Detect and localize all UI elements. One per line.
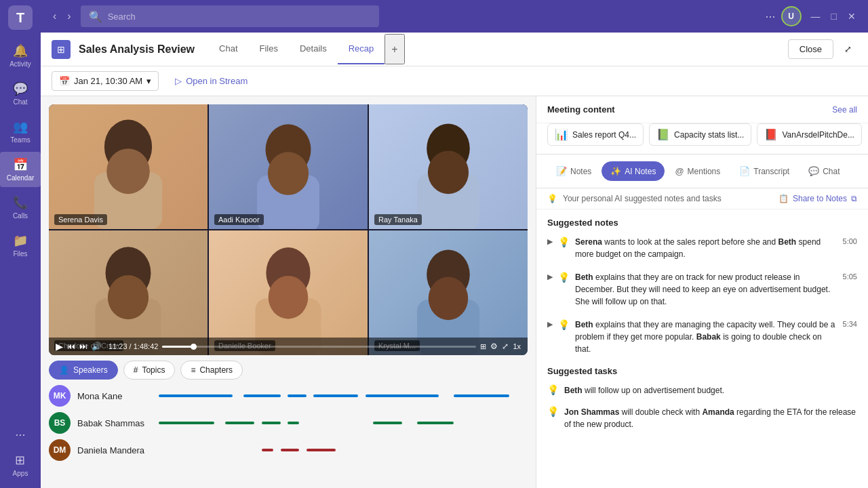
sidebar-item-calls[interactable]: 📞 Calls <box>0 190 41 225</box>
app-logo[interactable]: T <box>8 5 33 30</box>
expand-icon-2[interactable]: ▶ <box>547 272 553 281</box>
close-window-button[interactable]: ✕ <box>844 8 860 24</box>
sidebar-item-label: Activity <box>9 60 31 68</box>
chapters-tab[interactable]: ≡ Chapters <box>180 361 243 380</box>
topics-tab[interactable]: # Topics <box>123 361 176 380</box>
file-icon-excel: 📗 <box>656 128 670 141</box>
progress-bar[interactable] <box>162 346 476 348</box>
mentions-icon: @ <box>675 166 684 176</box>
fullscreen-button[interactable]: ⤢ <box>502 342 509 351</box>
sidebar-item-files[interactable]: 📁 Files <box>0 228 41 263</box>
notes-tab-mentions[interactable]: @ Mentions <box>666 161 729 181</box>
search-icon: 🔍 <box>89 10 102 23</box>
file-card-sales[interactable]: 📊 Sales report Q4... <box>547 123 644 146</box>
file-card-capacity[interactable]: 📗 Capacity stats list... <box>649 123 751 146</box>
notes-tab-label-chat: Chat <box>823 167 840 176</box>
rewind-button[interactable]: ⏮ <box>67 342 75 351</box>
date-label: Jan 21, 10:30 AM <box>74 76 142 86</box>
play-button[interactable]: ▶ <box>56 341 63 352</box>
note-time-2: 5:05 <box>843 272 857 281</box>
participant-video-4 <box>49 230 208 355</box>
participant-video-6 <box>369 230 528 355</box>
meeting-title: Sales Analysis Review <box>79 43 195 56</box>
participant-name-3: Ray Tanaka <box>374 214 422 225</box>
participant-video-1 <box>49 104 208 229</box>
toolbar: 📅 Jan 21, 10:30 AM ▾ ▷ Open in Stream <box>41 66 868 96</box>
more-options-icon[interactable]: ··· <box>766 9 776 24</box>
file-card-pitch[interactable]: 📕 VanArsdelPitchDe... <box>757 123 862 146</box>
sidebar-item-teams[interactable]: 👥 Teams <box>0 114 41 149</box>
popout-button[interactable]: ⤢ <box>839 39 857 59</box>
close-meeting-button[interactable]: Close <box>788 39 833 59</box>
nav-back-button[interactable]: ‹ <box>49 7 60 25</box>
ai-subtitle: 💡 Your personal AI suggested notes and t… <box>547 194 722 203</box>
settings-button[interactable]: ⚙ <box>490 342 498 351</box>
open-stream-button[interactable]: ▷ Open in Stream <box>167 72 256 90</box>
tab-chat[interactable]: Chat <box>208 34 248 64</box>
note-text-3: Beth explains that they are managing the… <box>575 319 837 355</box>
video-cell-krystal: Krystal M... <box>369 230 528 355</box>
tab-files[interactable]: Files <box>249 34 289 64</box>
sidebar-item-label: Files <box>13 250 27 258</box>
notes-tab-ai[interactable]: ✨ AI Notes <box>601 161 665 181</box>
minimize-button[interactable]: — <box>807 8 825 24</box>
forward-button[interactable]: ⏭ <box>79 342 87 351</box>
meeting-header: ⊞ Sales Analysis Review Chat Files Detai… <box>41 33 868 66</box>
nav-forward-button[interactable]: › <box>63 7 75 25</box>
sidebar-item-label: Chat <box>13 98 27 106</box>
speaker-avatar-babak: BS <box>49 412 71 434</box>
task-bulb-1: 💡 <box>547 384 559 395</box>
file-name-1: Sales report Q4... <box>572 130 636 140</box>
notes-tab-notes[interactable]: 📝 Notes <box>547 161 600 181</box>
speaker-list: MK Mona Kane BS <box>49 385 528 461</box>
user-avatar[interactable]: U <box>781 6 802 26</box>
note-time-1: 5:00 <box>843 237 857 245</box>
note-bulb-3: 💡 <box>558 319 570 330</box>
video-cell-charlotte: Charlotte de Crum <box>49 230 208 355</box>
sidebar-item-calendar[interactable]: 📅 Calendar <box>0 152 41 187</box>
sidebar-item-activity[interactable]: 🔔 Activity <box>0 38 41 73</box>
speaker-item-mona: MK Mona Kane <box>49 385 528 407</box>
task-bulb-2: 💡 <box>547 406 559 417</box>
speed-label: 1x <box>513 342 521 350</box>
file-cards: 📊 Sales report Q4... 📗 Capacity stats li… <box>536 123 868 155</box>
calendar-small-icon: 📅 <box>59 76 70 86</box>
sidebar-item-more[interactable]: ··· <box>10 422 31 447</box>
chapters-tab-icon: ≡ <box>191 365 195 375</box>
expand-icon-1[interactable]: ▶ <box>547 237 553 246</box>
more-icon: ··· <box>15 428 25 442</box>
content-area: ⊞ Sales Analysis Review Chat Files Detai… <box>41 33 868 488</box>
tab-add-button[interactable]: + <box>384 34 404 64</box>
speakers-tab[interactable]: 👤 Speakers <box>49 361 118 380</box>
svg-point-5 <box>268 152 309 195</box>
notes-tab-transcript[interactable]: 📄 Transcript <box>730 161 798 181</box>
maximize-button[interactable]: □ <box>827 8 841 24</box>
share-notes-bar: 💡 Your personal AI suggested notes and t… <box>536 188 868 209</box>
sidebar-item-apps[interactable]: ⊞ Apps <box>10 447 31 483</box>
sidebar-item-label: Calls <box>13 212 28 220</box>
task-item-2: 💡 Jon Shammas will double check with Ama… <box>547 406 857 430</box>
see-all-link[interactable]: See all <box>832 105 857 115</box>
task-text-2: Jon Shammas will double check with Amand… <box>564 406 857 430</box>
chat-tab-icon: 💬 <box>808 166 819 176</box>
date-selector[interactable]: 📅 Jan 21, 10:30 AM ▾ <box>52 71 159 91</box>
right-panel: Meeting content See all 📊 Sales report Q… <box>536 96 868 488</box>
bulb-icon-small: 💡 <box>547 194 557 203</box>
notes-tab-chat[interactable]: 💬 Chat <box>800 161 848 181</box>
participant-video-3 <box>369 104 528 229</box>
share-notes-button[interactable]: 📋 Share to Notes ⧉ <box>778 194 857 203</box>
search-input[interactable] <box>108 12 371 22</box>
tab-recap[interactable]: Recap <box>338 34 385 64</box>
video-cell-aadi: Aadi Kapoor <box>209 104 368 229</box>
expand-icon-3[interactable]: ▶ <box>547 320 553 329</box>
note-text-2: Beth explains that they are on track for… <box>575 271 837 308</box>
video-cell-serena: Serena Davis <box>49 104 208 229</box>
svg-point-17 <box>429 277 469 321</box>
volume-button[interactable]: 🔊 <box>92 342 102 351</box>
notes-tabs: 📝 Notes ✨ AI Notes @ Mentions 📄 Transcri… <box>536 155 868 188</box>
sidebar-item-chat[interactable]: 💬 Chat <box>0 76 41 111</box>
task-item-1: 💡 Beth will follow up on advertisement b… <box>547 384 857 396</box>
notes-content: Suggested notes ▶ 💡 Serena wants to look… <box>536 209 868 488</box>
tab-details[interactable]: Details <box>289 34 338 64</box>
svg-point-11 <box>108 275 149 319</box>
